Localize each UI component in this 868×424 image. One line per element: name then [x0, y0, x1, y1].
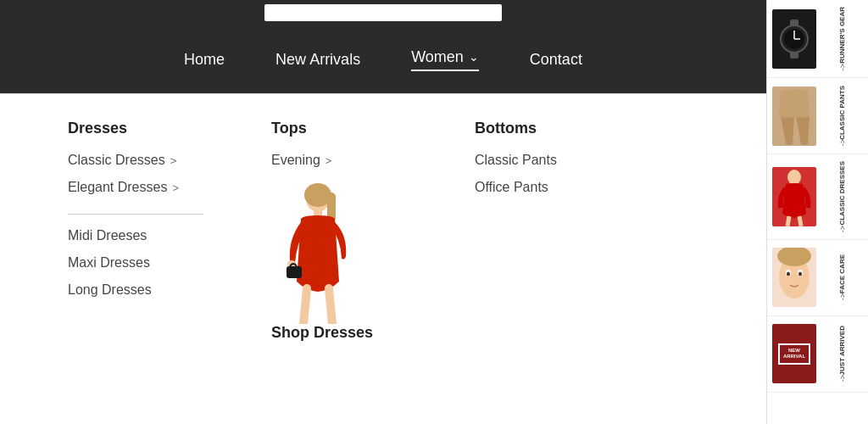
evening-item[interactable]: Evening >	[271, 153, 424, 168]
sidebar-item-classic-pants[interactable]: CLASSIC PANTS ->	[767, 78, 868, 154]
classic-pants-label-container: CLASSIC PANTS ->	[821, 86, 863, 147]
sidebar-item-runners-gear[interactable]: RUNNER'S GEAR ->	[767, 0, 868, 78]
classic-dresses-item[interactable]: Classic Dresses >	[68, 153, 220, 168]
sidebar-item-just-arrived[interactable]: NEWARRIVAL JUST ARRIVED ->	[767, 316, 868, 393]
evening-label: Evening	[271, 153, 320, 168]
classic-pants-thumb	[772, 86, 816, 146]
face-care-thumb	[772, 248, 816, 307]
classic-dresses-label: Classic Dresses	[68, 153, 165, 168]
dress-figure	[271, 180, 364, 324]
svg-point-17	[798, 272, 802, 276]
runners-gear-text: RUNNER'S GEAR	[838, 7, 847, 64]
office-pants-label: Office Pants	[475, 180, 548, 195]
dresses-column: Dresses Classic Dresses > Elegant Dresse…	[68, 120, 220, 399]
svg-rect-5	[287, 266, 302, 278]
nav-home[interactable]: Home	[184, 51, 225, 69]
classic-pants-sidebar-text: CLASSIC PANTS	[838, 86, 847, 140]
runners-gear-arrow: ->	[838, 64, 847, 70]
tops-column-title: Tops	[271, 120, 424, 137]
classic-pants-item[interactable]: Classic Pants	[475, 153, 627, 168]
just-arrived-sidebar-text: JUST ARRIVED	[838, 326, 847, 375]
classic-pants-label: Classic Pants	[475, 153, 557, 168]
sidebar: RUNNER'S GEAR -> CLASSIC PANTS ->	[766, 0, 868, 424]
face-care-sidebar-text: FACE CARE	[838, 254, 847, 293]
sidebar-item-face-care[interactable]: FACE CARE ->	[767, 240, 868, 316]
just-arrived-thumb: NEWARRIVAL	[772, 324, 816, 383]
just-arrived-arrow: ->	[838, 375, 847, 382]
midi-dresses-label: Midi Dreeses	[68, 228, 147, 243]
nav-new-arrivals[interactable]: New Arrivals	[275, 51, 360, 69]
chevron-right-icon-2: >	[172, 181, 179, 194]
shop-dresses-col: Shop Dresses	[271, 180, 424, 342]
elegant-dresses-item[interactable]: Elegant Dresses >	[68, 180, 220, 195]
watch-image	[772, 9, 816, 69]
nav-contact[interactable]: Contact	[530, 51, 582, 69]
runners-gear-label-container: RUNNER'S GEAR ->	[821, 7, 863, 70]
main-wrapper: Home New Arrivals Women ⌄ Contact Dresse…	[0, 0, 868, 424]
classic-dresses-sidebar-text: CLASSIC DRESSES	[838, 161, 847, 226]
elegant-dresses-label: Elegant Dresses	[68, 180, 167, 195]
tops-column: Tops Evening >	[271, 120, 424, 399]
classic-dresses-thumb	[772, 167, 816, 226]
face-care-label-container: FACE CARE ->	[821, 254, 863, 301]
sidebar-item-classic-dresses[interactable]: CLASSIC DRESSES ->	[767, 154, 868, 240]
midi-dresses-item[interactable]: Midi Dreeses	[68, 228, 220, 243]
bottoms-column: Bottoms Classic Pants Office Pants	[475, 120, 627, 399]
chevron-right-icon: >	[170, 154, 177, 167]
svg-point-18	[777, 248, 811, 266]
svg-point-16	[787, 272, 790, 276]
new-arrival-image: NEWARRIVAL	[772, 324, 816, 383]
face-image	[772, 248, 816, 307]
svg-point-12	[787, 170, 801, 185]
office-pants-item[interactable]: Office Pants	[475, 180, 627, 195]
navbar: Home New Arrivals Women ⌄ Contact	[0, 25, 766, 93]
nav-women[interactable]: Women ⌄	[411, 48, 479, 71]
new-arrival-badge: NEWARRIVAL	[778, 343, 810, 364]
chevron-right-icon-3: >	[326, 154, 332, 167]
maxi-dresses-label: Maxi Dresses	[68, 255, 150, 271]
chevron-down-icon: ⌄	[469, 50, 479, 64]
runners-gear-thumb	[772, 9, 816, 69]
long-dresses-item[interactable]: Long Dresses	[68, 282, 220, 298]
dresses-column-title: Dresses	[68, 120, 220, 137]
bottoms-column-title: Bottoms	[475, 120, 627, 137]
top-bar-inner	[264, 4, 502, 21]
content-area: Home New Arrivals Women ⌄ Contact Dresse…	[0, 0, 766, 424]
dropdown-menu: Dresses Classic Dresses > Elegant Dresse…	[0, 93, 766, 424]
classic-dresses-label-container: CLASSIC DRESSES ->	[821, 161, 863, 232]
pants-image	[772, 86, 816, 146]
top-bar	[0, 0, 766, 25]
long-dresses-label: Long Dresses	[68, 282, 152, 298]
classic-dresses-arrow: ->	[838, 226, 847, 232]
nav-women-label: Women	[411, 48, 464, 66]
just-arrived-label-container: JUST ARRIVED ->	[821, 326, 863, 382]
classic-pants-arrow: ->	[838, 139, 847, 146]
maxi-dresses-item[interactable]: Maxi Dresses	[68, 255, 220, 271]
face-care-arrow: ->	[838, 293, 847, 300]
shop-dresses-label[interactable]: Shop Dresses	[271, 324, 373, 342]
dress-red-image	[772, 167, 816, 226]
dresses-divider	[68, 214, 203, 215]
